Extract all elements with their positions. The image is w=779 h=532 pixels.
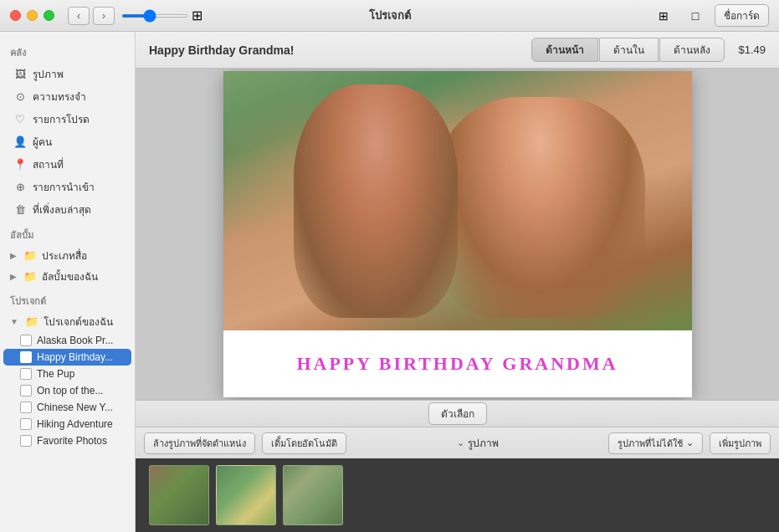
sidebar-item-label: Chinese New Y... [37, 402, 125, 413]
sidebar-item-label: ความทรงจำ [33, 89, 121, 105]
sidebar-item-label: สถานที่ [33, 156, 121, 172]
card-birthday-text: HAPPY BIRTHDAY GRANDMA [296, 353, 618, 375]
grid-size-icon: ⊞ [192, 8, 202, 23]
photos-icon: 🖼 [13, 68, 27, 80]
sidebar-item-hiking[interactable]: Hiking Adventure [3, 416, 131, 432]
project-thumbnail-icon [20, 368, 32, 380]
places-icon: 📍 [13, 158, 27, 171]
sidebar-item-label: อัลบั้มของฉัน [42, 269, 125, 284]
back-button[interactable]: ‹ [68, 7, 90, 25]
sidebar-item-label: รายการนำเข้า [33, 179, 121, 195]
minimize-button[interactable] [27, 10, 38, 21]
sidebar-item-ontop[interactable]: On top of the... [3, 382, 131, 399]
sidebar-item-places[interactable]: 📍 สถานที่ [3, 153, 131, 176]
project-thumbnail-icon [20, 335, 32, 346]
card-display: HAPPY BIRTHDAY GRANDMA [136, 69, 779, 400]
photo-thumbnail[interactable] [149, 465, 209, 525]
add-photo-button[interactable]: เพิ่มรูปภาพ [710, 432, 771, 454]
sidebar-item-label: โปรเจกต์ของฉัน [44, 314, 125, 330]
sidebar-item-alaska[interactable]: Alaska Book Pr... [3, 332, 131, 349]
sidebar-item-label: Favorite Photos [37, 435, 125, 447]
namecard-button[interactable]: ชื่อการ์ด [715, 4, 769, 27]
sidebar-item-projects-folder[interactable]: ▼ 📁 โปรเจกต์ของฉัน [3, 311, 131, 332]
photo-thumbnail[interactable] [283, 465, 343, 525]
sidebar: คลัง 🖼 รูปภาพ ⊙ ความทรงจำ ♡ รายการโปรด 👤… [0, 32, 136, 532]
sidebar-item-recently-deleted[interactable]: 🗑 ที่เพิ่งลบล่าสุด [3, 198, 131, 221]
sidebar-section-projects: โปรเจกต์ [0, 287, 135, 311]
photos-label: รูปภาพ [468, 435, 499, 451]
folder-icon: 📁 [25, 315, 38, 328]
bottom-toolbar: ล้างรูปภาพที่จัดตำแหน่ง เติ็มโดยอัตโนมัต… [136, 427, 779, 458]
sidebar-item-favorite-photos[interactable]: Favorite Photos [3, 432, 131, 449]
sidebar-section-albums: อัลบั้ม [0, 221, 135, 245]
auto-fill-button[interactable]: เติ็มโดยอัตโนมัติ [262, 432, 346, 454]
titlebar: ‹ › ⊞ โปรเจกต์ ⊞ □ ชื่อการ์ด [0, 0, 779, 32]
photo-thumbnail[interactable] [216, 465, 276, 525]
sidebar-item-label: รายการโปรด [33, 111, 121, 127]
memories-icon: ⊙ [13, 90, 27, 103]
close-button[interactable] [10, 10, 21, 21]
content-header: Happy Birthday Grandma! ด้านหน้า ด้านใน … [136, 32, 779, 69]
favorites-icon: ♡ [13, 113, 27, 125]
disclosure-arrow-icon: ▼ [10, 317, 18, 326]
photo-tray [136, 458, 779, 532]
project-thumbnail-icon [20, 418, 32, 430]
forward-button[interactable]: › [93, 7, 115, 25]
sidebar-item-my-albums[interactable]: ▶ 📁 อัลบั้มของฉัน [3, 266, 131, 287]
sidebar-item-pup[interactable]: The Pup [3, 366, 131, 382]
content-title: Happy Birthday Grandma! [149, 43, 531, 57]
tab-group: ด้านหน้า ด้านใน ด้านหลัง [531, 38, 725, 62]
folder-icon: 📁 [23, 249, 37, 262]
options-bar: ตัวเลือก [136, 400, 779, 427]
sidebar-item-birthday[interactable]: Happy Birthday... [3, 349, 131, 366]
project-thumbnail-icon [20, 351, 32, 363]
card-container[interactable]: HAPPY BIRTHDAY GRANDMA [223, 71, 692, 397]
auto-layout-button[interactable]: ล้างรูปภาพที่จัดตำแหน่ง [144, 432, 255, 454]
tab-inside[interactable]: ด้านใน [599, 38, 659, 62]
sidebar-item-media-types[interactable]: ▶ 📁 ประเภทสื่อ [3, 245, 131, 266]
content-area: Happy Birthday Grandma! ด้านหน้า ด้านใน … [136, 32, 779, 532]
card-text-area: HAPPY BIRTHDAY GRANDMA [223, 330, 692, 397]
sidebar-item-memories[interactable]: ⊙ ความทรงจำ [3, 85, 131, 108]
dropdown-arrow-icon: ⌄ [457, 437, 464, 448]
unused-photos-button[interactable]: รูปภาพที่ไม่ได้ใช้ ⌄ [608, 432, 703, 454]
disclosure-arrow-icon: ▶ [10, 272, 17, 281]
sidebar-item-label: Happy Birthday... [37, 351, 125, 363]
sidebar-item-label: ที่เพิ่งลบล่าสุด [33, 202, 121, 217]
project-thumbnail-icon [20, 435, 32, 447]
sidebar-item-photos[interactable]: 🖼 รูปภาพ [3, 63, 131, 85]
grid-view-button[interactable]: ⊞ [651, 6, 676, 26]
sidebar-item-label: The Pup [37, 368, 125, 380]
nav-buttons: ‹ › [68, 7, 115, 25]
content-price: $1.49 [738, 43, 766, 56]
folder-icon: 📁 [23, 270, 37, 283]
sidebar-section-library: คลัง [0, 38, 135, 63]
sidebar-item-label: ประเภทสื่อ [42, 248, 125, 263]
trash-icon: 🗑 [13, 203, 27, 216]
options-button[interactable]: ตัวเลือก [428, 402, 487, 425]
traffic-lights [10, 10, 54, 21]
unused-photos-label: รูปภาพที่ไม่ได้ใช้ [618, 436, 683, 451]
project-thumbnail-icon [20, 402, 32, 413]
sidebar-item-chinese[interactable]: Chinese New Y... [3, 399, 131, 416]
photos-label-area: ⌄ รูปภาพ [457, 435, 499, 451]
sidebar-item-favorites[interactable]: ♡ รายการโปรด [3, 108, 131, 130]
zoom-slider[interactable] [121, 14, 188, 18]
tab-back[interactable]: ด้านหลัง [659, 38, 725, 62]
maximize-button[interactable] [44, 10, 54, 21]
card-photo [223, 71, 692, 330]
sidebar-item-label: รูปภาพ [33, 66, 121, 82]
view-slider: ⊞ [121, 8, 202, 23]
sidebar-item-label: Alaska Book Pr... [37, 335, 125, 346]
person-figure [434, 97, 645, 318]
sidebar-item-imports[interactable]: ⊕ รายการนำเข้า [3, 176, 131, 198]
main-layout: คลัง 🖼 รูปภาพ ⊙ ความทรงจำ ♡ รายการโปรด 👤… [0, 32, 779, 532]
imports-icon: ⊕ [13, 181, 27, 193]
device-view-button[interactable]: □ [683, 6, 708, 26]
titlebar-right: ⊞ □ ชื่อการ์ด [651, 4, 769, 27]
sidebar-item-label: On top of the... [37, 385, 125, 396]
project-thumbnail-icon [20, 385, 32, 396]
sidebar-item-label: ผู้คน [33, 134, 121, 150]
tab-front[interactable]: ด้านหน้า [531, 38, 598, 62]
sidebar-item-people[interactable]: 👤 ผู้คน [3, 130, 131, 153]
